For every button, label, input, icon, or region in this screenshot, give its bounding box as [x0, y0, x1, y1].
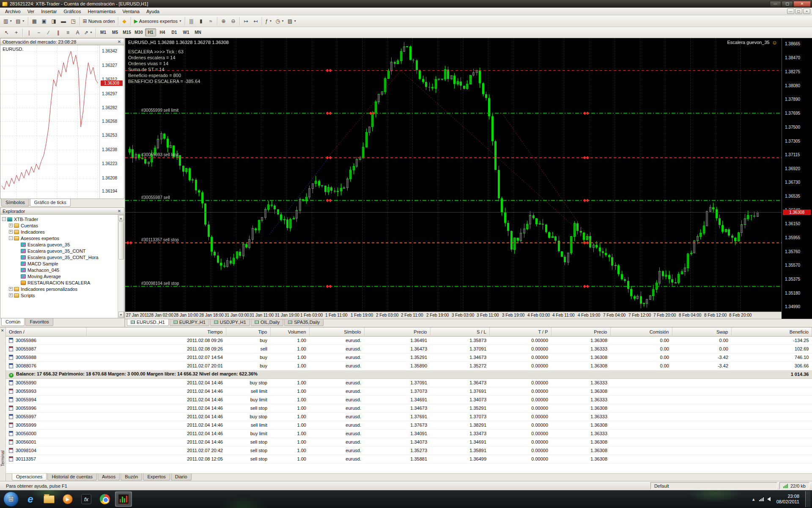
candlestick-chart[interactable] — [125, 38, 782, 312]
column-header-swap[interactable]: Swap — [672, 328, 731, 336]
terminal-tab-avisos[interactable]: Avisos — [98, 474, 120, 480]
navigator-tab-comun[interactable]: Común — [1, 318, 25, 326]
tree-item-xtb-trader[interactable]: -XTB-Trader — [1, 216, 117, 222]
menu-insertar[interactable]: Insertar — [38, 8, 60, 14]
tree-item-escalera-guevon-35-cont-hora[interactable]: Escalera guevon_35_CONT_Hora — [1, 254, 117, 260]
order-row-30055993[interactable]: 300559932011.02.04 14:46sell limit1.00eu… — [6, 387, 812, 395]
chevron-down-icon[interactable]: ▼ — [179, 19, 182, 22]
media-player-icon[interactable]: ▶ — [59, 491, 76, 507]
order-row-30055999[interactable]: 300559992011.02.04 14:46sell limit1.00eu… — [6, 421, 812, 429]
cursor-button[interactable]: ↖ — [2, 28, 11, 37]
terminal-button[interactable]: ▬ — [59, 17, 69, 26]
timeframe-m30-button[interactable]: M30 — [133, 28, 144, 36]
mdi-close-button[interactable]: × — [803, 8, 810, 14]
chart-tab-oil-daily[interactable]: OIL,Daily — [251, 319, 283, 326]
scrollbar-thumb[interactable] — [118, 221, 124, 260]
terminal-tab-operaciones[interactable]: Operaciones — [12, 474, 47, 480]
auto-scroll-button[interactable]: ↦ — [241, 17, 251, 26]
timeframe-m5-button[interactable]: M5 — [110, 28, 121, 36]
column-header-comision[interactable]: Comisión — [610, 328, 672, 336]
order-row-30113357[interactable]: 301133572011.02.08 12:05sell stop1.00eur… — [6, 455, 812, 463]
candlestick-chart-button[interactable]: ▮ — [196, 17, 206, 26]
equidistant-channel-button[interactable]: ∥ — [53, 28, 63, 37]
restore-button[interactable]: ▢ — [782, 1, 793, 7]
order-row-30088076[interactable]: 300880762011.02.07 20:01buy1.00eurusd.1.… — [6, 362, 812, 370]
tick-chart[interactable]: EURUSD. 1.363421.363271.363121.362971.36… — [0, 45, 124, 199]
expand-icon[interactable]: + — [9, 287, 13, 291]
menu-archivo[interactable]: Archivo — [2, 8, 24, 14]
horizontal-line-button[interactable]: − — [34, 28, 44, 37]
tree-item-scripts[interactable]: +Scripts — [1, 292, 117, 298]
start-button[interactable]: ⊞ — [3, 491, 19, 507]
column-header-t-p[interactable]: T / P — [489, 328, 551, 336]
timeframe-h4-button[interactable]: H4 — [157, 28, 168, 36]
metatrader-taskbar-icon[interactable] — [115, 491, 132, 507]
title-bar[interactable]: 281621224: XTB-Trader - Cuenta de demost… — [0, 0, 812, 8]
menu-ventana[interactable]: Ventana — [119, 8, 143, 14]
new-chart-button[interactable]: ▥▼ — [2, 17, 14, 26]
text-button[interactable]: A — [73, 28, 82, 37]
strategy-tester-button[interactable]: ◳ — [69, 17, 78, 26]
order-row-30055986[interactable]: 300559862011.02.08 09:26buy1.00eurusd.1.… — [6, 336, 812, 345]
chart-tab-usdjpy-h1[interactable]: USDJPY.,H1 — [210, 319, 250, 326]
menu-ver[interactable]: Ver — [24, 8, 38, 14]
crosshair-button[interactable]: + — [11, 28, 21, 37]
show-desktop-button[interactable] — [805, 491, 810, 507]
menu-herramientas[interactable]: Herramientas — [84, 8, 119, 14]
periods-button[interactable]: ◷▼ — [274, 17, 286, 26]
chevron-down-icon[interactable]: ▼ — [269, 19, 272, 22]
tree-item-asesores-expertos[interactable]: -Asesores expertos — [1, 235, 117, 241]
chrome-icon[interactable] — [96, 491, 113, 507]
expand-icon[interactable]: + — [9, 293, 13, 297]
internet-explorer-icon[interactable]: e — [22, 491, 39, 507]
column-header-beneficio[interactable]: Beneficio — [731, 328, 812, 336]
mdi-minimize-button[interactable]: — — [787, 8, 794, 14]
chevron-down-icon[interactable]: ▼ — [90, 31, 93, 34]
menu-ayuda[interactable]: Ayuda — [143, 8, 163, 14]
order-row-30055994[interactable]: 300559942011.02.04 14:46buy limit1.00eur… — [6, 395, 812, 404]
minimize-button[interactable]: — — [770, 1, 781, 7]
navigator-button[interactable]: ◨ — [49, 17, 59, 26]
terminal-close-icon[interactable]: ✕ — [1, 329, 4, 333]
fibonacci-button[interactable]: ≡ — [63, 28, 73, 37]
order-row-30056000[interactable]: 300560002011.02.04 14:46buy limit1.00eur… — [6, 429, 812, 438]
tree-item-moving-average[interactable]: Moving Average — [1, 273, 117, 279]
metaeditor-button[interactable]: ◆ — [120, 17, 129, 26]
metaeditor-fx-icon[interactable]: fx — [78, 491, 95, 507]
terminal-tab-historial-de-cuentas[interactable]: Historial de cuentas — [47, 474, 97, 480]
taskbar-clock[interactable]: 23:08 08/02/2011 — [776, 494, 799, 505]
column-header-volumen[interactable]: Volumen — [270, 328, 309, 336]
timeframe-m1-button[interactable]: M1 — [98, 28, 109, 36]
zoom-in-button[interactable]: ⊕ — [219, 17, 228, 26]
expand-icon[interactable]: + — [9, 230, 13, 234]
market-watch-tab-simbolos[interactable]: Símbolos — [1, 199, 29, 207]
order-row-30098104[interactable]: 300981042011.02.07 20:42sell stop1.00eur… — [6, 446, 812, 455]
collapse-icon[interactable]: - — [2, 217, 6, 221]
profiles-button[interactable]: ▤▼ — [14, 17, 26, 26]
zoom-out-button[interactable]: ⊖ — [228, 17, 238, 26]
tree-item-restauracion-escalera[interactable]: RESTAURACION ESCALERA — [1, 279, 117, 286]
tree-item-machacon-045[interactable]: Machacon_045 — [1, 267, 117, 273]
terminal-tab-diario[interactable]: Diario — [171, 474, 192, 480]
new-order-button[interactable]: ⊞Nueva orden — [81, 17, 117, 26]
expert-smiley-icon[interactable]: ☺ — [772, 40, 777, 45]
collapse-icon[interactable]: - — [9, 236, 13, 240]
column-header-precio-close[interactable]: Precio — [551, 328, 610, 336]
chart-tab-spa35-daily[interactable]: SPA35,Daily — [284, 319, 324, 326]
column-header-simbolo[interactable]: Símbolo — [309, 328, 364, 336]
tree-item-escalera-guevon-35-cont[interactable]: Escalera guevon_35_CONT — [1, 248, 117, 254]
expert-advisors-button[interactable]: ▶Asesores expertos▼ — [132, 17, 184, 26]
chevron-down-icon[interactable]: ▼ — [9, 19, 12, 22]
arrows-button[interactable]: ⇗▼ — [82, 28, 94, 37]
column-header-precio[interactable]: Precio — [364, 328, 430, 336]
timeframe-h1-button[interactable]: H1 — [145, 28, 156, 36]
timeframe-mn-button[interactable]: MN — [192, 28, 203, 36]
timeframe-m15-button[interactable]: M15 — [121, 28, 132, 36]
chevron-down-icon[interactable]: ▼ — [22, 19, 25, 22]
chart-tab-eurusd-h1[interactable]: EURUSD.,H1 — [127, 319, 169, 326]
chevron-down-icon[interactable]: ▼ — [294, 19, 296, 22]
file-explorer-icon[interactable] — [41, 491, 58, 507]
status-profile[interactable]: Default — [650, 482, 777, 489]
chart-shift-button[interactable]: ↤ — [251, 17, 261, 26]
navigator-close-icon[interactable]: ✕ — [117, 209, 122, 213]
